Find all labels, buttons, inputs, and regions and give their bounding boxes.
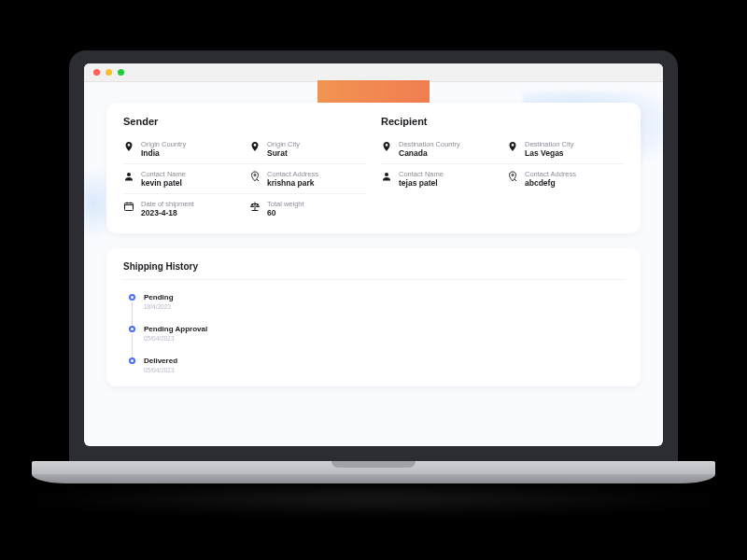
shipment-date-value: 2023-4-18: [141, 208, 194, 217]
timeline-item: Delivered 05/04/2023: [129, 357, 624, 377]
dest-city-value: Las Vegas: [525, 148, 574, 158]
recipient-section: Recipient Destination Country Canada: [381, 116, 624, 224]
location-pin-icon: [381, 141, 392, 152]
window-titlebar: [84, 63, 663, 82]
recipient-contact-name-label: Contact Name: [399, 170, 444, 178]
person-icon: [123, 171, 134, 182]
shipping-history-card: Shipping History Pending 18/4/2023 Pendi…: [106, 248, 641, 386]
laptop-mockup: Sender Origin Country India: [69, 50, 678, 489]
location-pin-icon: [123, 141, 134, 152]
shipping-history-title: Shipping History: [123, 261, 624, 280]
timeline-item: Pending Approval 05/04/2023: [129, 325, 624, 357]
timeline-status: Pending Approval: [144, 325, 624, 333]
page-content: Sender Origin Country India: [84, 82, 663, 446]
location-pin-icon: [507, 141, 518, 152]
calendar-icon: [123, 201, 134, 212]
svg-rect-2: [125, 203, 134, 211]
sender-contact-name-label: Contact Name: [141, 170, 186, 178]
sender-contact-name-value: kevin patel: [141, 178, 186, 188]
screen-bezel: Sender Origin Country India: [69, 50, 678, 461]
sender-title: Sender: [123, 116, 366, 127]
timeline-status: Delivered: [144, 357, 624, 365]
recipient-contact-name-field: Contact Name tejas patel: [381, 170, 498, 188]
scale-icon: [249, 201, 261, 212]
sender-section: Sender Origin Country India: [123, 116, 366, 224]
origin-city-value: Surat: [267, 148, 300, 158]
laptop-base: [32, 461, 715, 489]
shipment-date-label: Date of shipment: [141, 200, 194, 208]
app-window: Sender Origin Country India: [84, 63, 663, 446]
minimize-icon[interactable]: [106, 69, 112, 76]
shipment-details-card: Sender Origin Country India: [106, 103, 641, 233]
svg-point-1: [254, 175, 256, 176]
svg-point-3: [385, 173, 388, 176]
timeline-status: Pending: [144, 293, 624, 301]
dest-country-field: Destination Country Canada: [381, 140, 498, 158]
origin-city-label: Origin City: [267, 140, 300, 148]
sender-contact-address-value: krishna park: [267, 178, 318, 188]
recipient-contact-address-value: abcdefg: [525, 178, 576, 188]
origin-country-field: Origin Country India: [123, 140, 240, 158]
recipient-contact-address-label: Contact Address: [525, 170, 576, 178]
sender-row-1: Origin Country India Origin City: [123, 134, 366, 164]
dest-country-label: Destination Country: [399, 140, 460, 148]
timeline-dot-icon: [129, 294, 135, 301]
sender-contact-name-field: Contact Name kevin patel: [123, 170, 240, 188]
sender-row-3: Date of shipment 2023-4-18 Total weight: [123, 194, 366, 223]
shipment-date-field: Date of shipment 2023-4-18: [123, 200, 240, 217]
total-weight-value: 60: [267, 208, 304, 217]
close-icon[interactable]: [93, 69, 100, 76]
address-pin-icon: [507, 171, 518, 182]
recipient-row-1: Destination Country Canada Destination C…: [381, 134, 624, 164]
timeline-date: 05/04/2023: [144, 367, 624, 373]
timeline: Pending 18/4/2023 Pending Approval 05/04…: [123, 293, 624, 377]
recipient-title: Recipient: [381, 116, 624, 127]
timeline-item: Pending 18/4/2023: [129, 293, 624, 325]
total-weight-label: Total weight: [267, 200, 304, 208]
recipient-contact-address-field: Contact Address abcdefg: [507, 170, 624, 188]
timeline-dot-icon: [129, 326, 135, 332]
origin-country-value: India: [141, 148, 186, 158]
dest-city-label: Destination City: [525, 140, 574, 148]
origin-country-label: Origin Country: [141, 140, 186, 148]
origin-city-field: Origin City Surat: [249, 140, 366, 158]
sender-contact-address-label: Contact Address: [267, 170, 318, 178]
dest-country-value: Canada: [399, 148, 460, 158]
svg-point-4: [512, 175, 514, 176]
timeline-date: 18/4/2023: [144, 303, 624, 310]
sender-contact-address-field: Contact Address krishna park: [249, 170, 366, 188]
location-pin-icon: [249, 141, 261, 152]
recipient-contact-name-value: tejas patel: [399, 178, 444, 188]
timeline-dot-icon: [129, 357, 135, 364]
timeline-date: 05/04/2023: [144, 335, 624, 342]
recipient-row-2: Contact Name tejas patel Contact Address: [381, 164, 624, 193]
sender-row-2: Contact Name kevin patel Contact Address: [123, 164, 366, 194]
address-pin-icon: [249, 171, 261, 182]
person-icon: [381, 171, 392, 182]
dest-city-field: Destination City Las Vegas: [507, 140, 624, 158]
svg-point-0: [127, 173, 131, 176]
total-weight-field: Total weight 60: [249, 200, 366, 217]
maximize-icon[interactable]: [118, 69, 124, 76]
